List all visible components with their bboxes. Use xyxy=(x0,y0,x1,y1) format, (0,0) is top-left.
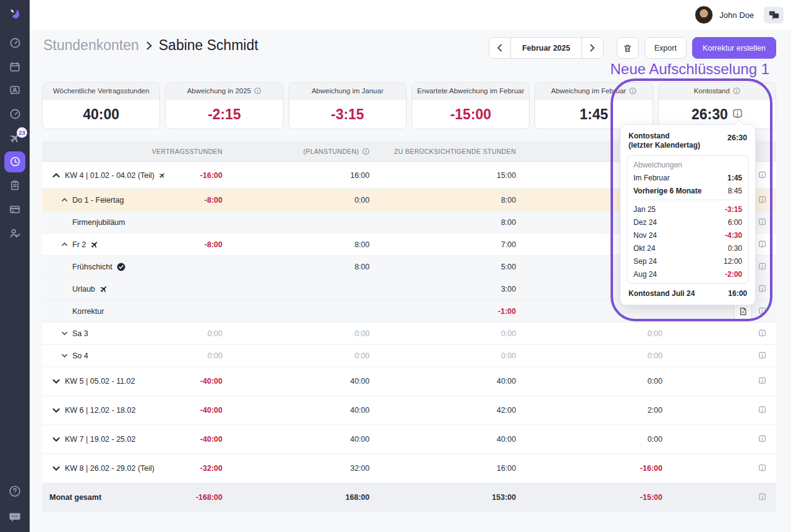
row-label: Korrektur xyxy=(72,307,104,316)
row-label: KW 5 | 05.02 - 11.02 xyxy=(65,377,135,386)
note-icon[interactable] xyxy=(758,435,766,444)
note-icon[interactable] xyxy=(758,377,766,386)
cell-planstunden: 40:00 xyxy=(222,435,370,444)
credit-card-icon xyxy=(9,204,20,215)
note-icon[interactable] xyxy=(758,329,766,338)
row-name-cell: Frühschicht xyxy=(42,263,166,271)
note-icon[interactable] xyxy=(758,263,766,271)
note-icon[interactable] xyxy=(758,171,766,180)
table-footer-row: Monat gesamt -168:00 168:00 153:00 -15:0… xyxy=(42,483,776,512)
note-icon[interactable] xyxy=(758,196,766,205)
create-correction-button[interactable]: Korrektur erstellen xyxy=(692,37,776,59)
row-name-cell[interactable]: So 4 xyxy=(42,352,166,360)
table-row-kw8[interactable]: KW 8 | 26.02 - 29.02 (Teil) -32:00 32:00… xyxy=(42,454,776,483)
trash-icon xyxy=(623,43,632,53)
cell-abweichung: 0:00 xyxy=(516,352,662,360)
sidebar-item-payroll[interactable] xyxy=(0,198,30,222)
note-icon[interactable] xyxy=(758,406,766,415)
note-icon[interactable] xyxy=(758,307,766,316)
feedback-button[interactable] xyxy=(0,509,30,526)
help-button[interactable] xyxy=(0,483,30,500)
cell-zu-beruecksichtigende: 40:00 xyxy=(370,435,516,444)
note-icon[interactable] xyxy=(758,464,766,473)
absence-count-badge: 23 xyxy=(17,127,27,138)
table-row-kw5[interactable]: KW 5 | 05.02 - 11.02 -40:00 40:00 40:00 … xyxy=(42,367,776,396)
delete-button[interactable] xyxy=(617,37,639,59)
sidebar-item-employees[interactable] xyxy=(0,78,30,103)
previous-month-button[interactable] xyxy=(489,38,510,58)
note-icon[interactable] xyxy=(758,352,766,360)
row-name-cell[interactable]: KW 6 | 12.02 - 18.02 xyxy=(42,406,166,415)
sidebar-item-dashboard[interactable] xyxy=(0,31,30,55)
header-controls: Februar 2025 Export Korrektur erstellen xyxy=(489,37,776,59)
cell-abweichung: 0:00 xyxy=(516,435,662,444)
row-name-cell[interactable]: KW 7 | 19.02 - 25.02 xyxy=(42,435,166,444)
note-icon[interactable] xyxy=(758,218,766,227)
cell-zu-beruecksichtigende: 8:00 xyxy=(370,196,516,205)
row-name-cell[interactable]: Do 1 - Feiertag xyxy=(42,196,166,205)
popover-title-line2: (letzter Kalendertag) xyxy=(628,141,700,150)
chevron-down-icon xyxy=(52,377,61,386)
sidebar-item-reviews[interactable] xyxy=(0,174,30,198)
popover-row: Vorherige 6 Monate8:45 xyxy=(633,184,742,197)
chevron-right-icon xyxy=(145,41,153,51)
sidebar-item-attendance[interactable] xyxy=(0,150,30,174)
card-value: -15:00 xyxy=(450,106,491,123)
row-name-cell: Urlaub xyxy=(42,285,166,293)
row-label: KW 6 | 12.02 - 18.02 xyxy=(65,406,135,415)
card-value: 40:00 xyxy=(83,106,119,123)
cell-vertragsstunden: -8:00 xyxy=(166,196,222,205)
popover-row: Aug 24-2:00 xyxy=(633,268,742,281)
clock-icon xyxy=(9,156,21,167)
row-name-cell[interactable]: Sa 3 xyxy=(42,329,166,338)
row-label: So 4 xyxy=(72,352,88,360)
messages-button[interactable] xyxy=(764,7,784,23)
user-name[interactable]: John Doe xyxy=(719,11,754,20)
cell-planstunden: 8:00 xyxy=(222,240,370,249)
note-icon[interactable] xyxy=(758,240,766,249)
sidebar-item-recruiting[interactable] xyxy=(0,221,30,245)
table-row-kw6[interactable]: KW 6 | 12.02 - 18.02 -40:00 40:00 42:00 … xyxy=(42,396,776,425)
popover-title-line1: Kontostand xyxy=(628,132,700,141)
chevron-up-icon xyxy=(61,241,68,248)
note-icon[interactable] xyxy=(758,493,766,502)
sidebar-item-absences[interactable]: 23 xyxy=(0,126,30,150)
cell-planstunden: 168:00 xyxy=(222,493,370,502)
card-label: Kontostand xyxy=(694,87,730,95)
popover-footer-label: Kontostand Juli 24 xyxy=(628,289,695,298)
table-row-so4[interactable]: So 4 0:00 0:00 0:00 0:00 xyxy=(42,345,776,367)
export-button[interactable]: Export xyxy=(645,37,687,59)
popover-divider xyxy=(633,200,742,200)
chevron-down-icon xyxy=(61,330,68,337)
sidebar-item-calendar[interactable] xyxy=(0,55,30,79)
chat-bubble-icon xyxy=(9,512,21,523)
popover-row: Im Februar1:45 xyxy=(633,171,742,184)
popover-row: Sep 2412:00 xyxy=(633,255,742,268)
info-icon[interactable] xyxy=(254,87,261,95)
row-name-cell[interactable]: KW 5 | 05.02 - 11.02 xyxy=(42,377,166,386)
tooltip-card-icon[interactable] xyxy=(732,109,743,120)
employee-card-icon xyxy=(9,85,20,96)
cell-zu-beruecksichtigende: 42:00 xyxy=(370,406,516,415)
airplane-icon xyxy=(99,285,108,293)
info-icon[interactable] xyxy=(362,148,370,155)
breadcrumb-parent[interactable]: Stundenkonten xyxy=(43,37,139,54)
avatar[interactable] xyxy=(695,6,713,24)
sidebar-bottom xyxy=(0,483,30,526)
sidebar-item-performance[interactable] xyxy=(0,103,30,127)
table-row-sa3[interactable]: Sa 3 0:00 0:00 0:00 0:00 xyxy=(42,323,776,345)
cell-abweichung: 0:00 xyxy=(516,329,662,338)
app-logo-icon[interactable] xyxy=(7,6,23,22)
file-icon xyxy=(739,307,747,316)
row-name-cell[interactable]: KW 8 | 26.02 - 29.02 (Teil) xyxy=(42,464,166,473)
note-icon[interactable] xyxy=(758,285,766,293)
card-value: -2:15 xyxy=(208,106,241,123)
info-icon[interactable] xyxy=(629,87,637,95)
next-month-button[interactable] xyxy=(582,38,603,58)
table-row-kw7[interactable]: KW 7 | 19.02 - 25.02 -40:00 40:00 40:00 … xyxy=(42,425,776,454)
info-icon[interactable] xyxy=(733,87,740,95)
row-name-cell[interactable]: KW 4 | 01.02 - 04.02 (Teil) xyxy=(42,171,166,180)
row-name-cell[interactable]: Fr 2 xyxy=(42,240,166,249)
cell-vertragsstunden: -40:00 xyxy=(166,406,222,415)
period-label[interactable]: Februar 2025 xyxy=(510,38,582,58)
